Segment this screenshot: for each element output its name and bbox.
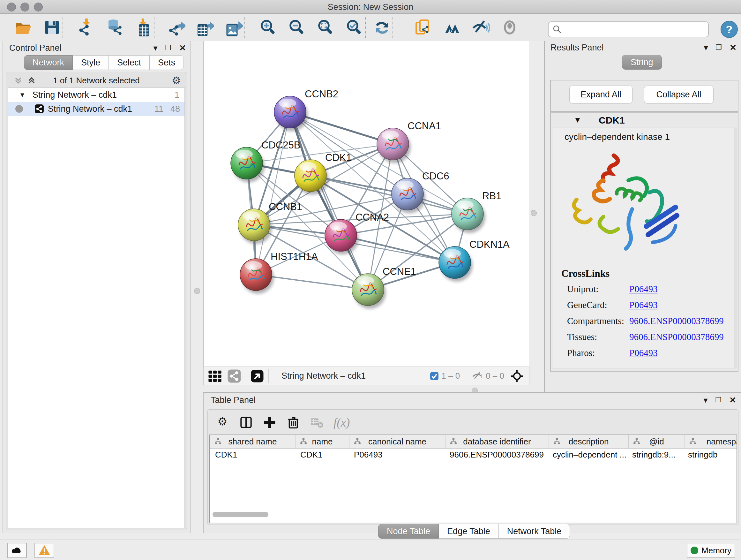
tab-network[interactable]: Network xyxy=(24,55,73,70)
table-cell[interactable]: P06493 xyxy=(349,449,445,461)
node-RB1[interactable] xyxy=(452,198,485,233)
export-table-icon xyxy=(196,18,214,37)
gear-button[interactable]: ⚙ xyxy=(215,415,229,429)
warning-button[interactable] xyxy=(35,543,54,558)
collapse-all-button[interactable]: Collapse All xyxy=(644,85,714,104)
column-header[interactable]: database identifier xyxy=(446,435,549,448)
tab-node-table[interactable]: Node Table xyxy=(378,524,439,539)
export-image-button[interactable] xyxy=(225,18,243,37)
search-box[interactable] xyxy=(548,21,709,37)
share-network-icon[interactable] xyxy=(227,369,241,383)
node-HIST1H1A[interactable] xyxy=(240,259,274,294)
node-section-header[interactable]: ▼ CDK1 xyxy=(551,113,738,127)
grid-view-icon[interactable] xyxy=(207,368,223,384)
collapse-caret-icon[interactable]: ▼ xyxy=(574,116,582,125)
panel-menu-icon[interactable]: ▾ xyxy=(703,396,708,404)
column-header[interactable]: shared name xyxy=(210,435,295,448)
panel-float-icon[interactable]: ❐ xyxy=(165,44,172,51)
table-cell[interactable]: 9606.ENSP00000378699 xyxy=(445,449,548,461)
clone-network-button[interactable] xyxy=(414,18,433,37)
node-CDC6[interactable] xyxy=(392,178,425,213)
help-button[interactable]: ? xyxy=(721,21,738,38)
node-CCNA1[interactable] xyxy=(377,128,411,163)
import-database-button[interactable] xyxy=(105,18,124,37)
results-scrollbar[interactable] xyxy=(734,128,737,368)
search-input[interactable] xyxy=(562,25,708,34)
column-header[interactable]: canonical name xyxy=(349,435,446,448)
panel-menu-icon[interactable]: ▾ xyxy=(704,44,708,52)
edge-CCNB2-HIST1H1A[interactable] xyxy=(256,112,290,274)
node-CCNB2[interactable] xyxy=(274,96,308,131)
network-status-dot-icon xyxy=(15,105,23,113)
table-row[interactable]: CDK1CDK1P064939606.ENSP00000378699cyclin… xyxy=(210,449,737,461)
panel-float-icon[interactable]: ❐ xyxy=(715,396,722,403)
export-table-button[interactable] xyxy=(196,18,214,37)
delete-column-button[interactable] xyxy=(286,415,300,429)
export-network-button[interactable] xyxy=(167,18,186,37)
zoom-fit-button[interactable] xyxy=(317,18,335,37)
network-canvas[interactable]: CCNB2CCNA1CDC25BCDK1CDC6RB1CCNB1CCNA2CDK… xyxy=(203,41,529,367)
node-CCNA2[interactable] xyxy=(325,219,359,254)
table-cell[interactable]: CDK1 xyxy=(210,449,295,461)
panel-close-icon[interactable]: ✕ xyxy=(729,396,736,404)
column-header[interactable]: description xyxy=(549,435,629,448)
table-cell[interactable]: CDK1 xyxy=(295,449,349,461)
network-collection-row[interactable]: ▼ String Network – cdk1 1 xyxy=(8,88,185,102)
node-CDC25B[interactable] xyxy=(231,147,265,182)
crosslink-value[interactable]: P06493 xyxy=(629,348,658,358)
crosslink-value[interactable]: P06493 xyxy=(629,300,658,310)
import-table-button[interactable] xyxy=(134,18,152,37)
zoom-out-button[interactable] xyxy=(288,18,307,37)
panel-close-icon[interactable]: ✕ xyxy=(179,44,186,52)
node-table[interactable]: shared namenamecanonical namedatabase id… xyxy=(209,435,737,523)
panel-menu-icon[interactable]: ▾ xyxy=(153,44,157,52)
tab-network-table[interactable]: Network Table xyxy=(499,524,570,539)
birdseye-view-icon[interactable] xyxy=(251,369,264,383)
table-hscrollbar[interactable] xyxy=(212,512,268,517)
table-cell[interactable]: stringdb xyxy=(683,449,737,461)
zoom-selected-button[interactable] xyxy=(345,18,364,37)
table-cell[interactable]: stringdb:9... xyxy=(627,449,683,461)
delete-table-button[interactable] xyxy=(310,415,324,429)
crosslink-value[interactable]: 9606.ENSP00000378699 xyxy=(629,332,724,342)
hidden-eye-icon[interactable] xyxy=(472,370,483,382)
tab-style[interactable]: Style xyxy=(73,55,109,70)
crosshair-icon[interactable] xyxy=(510,369,524,383)
crosslink-value[interactable]: P06493 xyxy=(629,284,658,294)
columns-button[interactable] xyxy=(239,415,253,429)
gear-icon[interactable]: ⚙ xyxy=(172,74,181,86)
function-builder-icon[interactable]: f(x) xyxy=(333,416,350,429)
network-row[interactable]: String Network – cdk1 11 48 xyxy=(8,102,185,116)
tab-edge-table[interactable]: Edge Table xyxy=(439,524,499,539)
node-CCNE1[interactable] xyxy=(352,273,386,309)
right-splitter-handle[interactable] xyxy=(531,210,537,216)
expand-all-button[interactable]: Expand All xyxy=(569,85,632,104)
hide-selected-button[interactable] xyxy=(472,18,490,37)
panel-close-icon[interactable]: ✕ xyxy=(730,44,737,52)
crosslink-value[interactable]: 9606.ENSP00000378699 xyxy=(629,316,724,326)
save-button[interactable] xyxy=(43,18,61,37)
zoom-in-button[interactable] xyxy=(259,18,278,37)
node-CDK1[interactable] xyxy=(294,160,328,195)
tab-sets[interactable]: Sets xyxy=(150,55,184,70)
first-neighbors-button[interactable] xyxy=(443,18,461,37)
tab-string[interactable]: String xyxy=(622,55,662,70)
left-splitter-handle[interactable] xyxy=(194,288,200,294)
column-header[interactable]: name xyxy=(295,435,349,448)
selected-checkbox[interactable] xyxy=(430,372,439,381)
show-all-button[interactable] xyxy=(500,18,519,37)
cloud-button[interactable] xyxy=(7,543,27,558)
node-CDKN1A[interactable] xyxy=(439,246,473,282)
table-cell[interactable]: cyclin–dependent ... xyxy=(548,449,627,461)
memory-button[interactable]: Memory xyxy=(687,543,735,558)
column-header[interactable]: @id xyxy=(629,435,685,448)
column-header[interactable]: namespace xyxy=(685,435,737,448)
import-network-button[interactable] xyxy=(77,18,95,37)
panel-float-icon[interactable]: ❐ xyxy=(716,44,722,51)
open-folder-button[interactable] xyxy=(14,18,32,37)
apply-layout-button[interactable] xyxy=(373,18,391,37)
add-column-button[interactable] xyxy=(263,415,277,429)
tab-select[interactable]: Select xyxy=(109,55,150,70)
tree-expander-icon[interactable]: ▼ xyxy=(19,91,25,99)
node-description: cyclin–dependent kinase 1 xyxy=(564,132,670,142)
